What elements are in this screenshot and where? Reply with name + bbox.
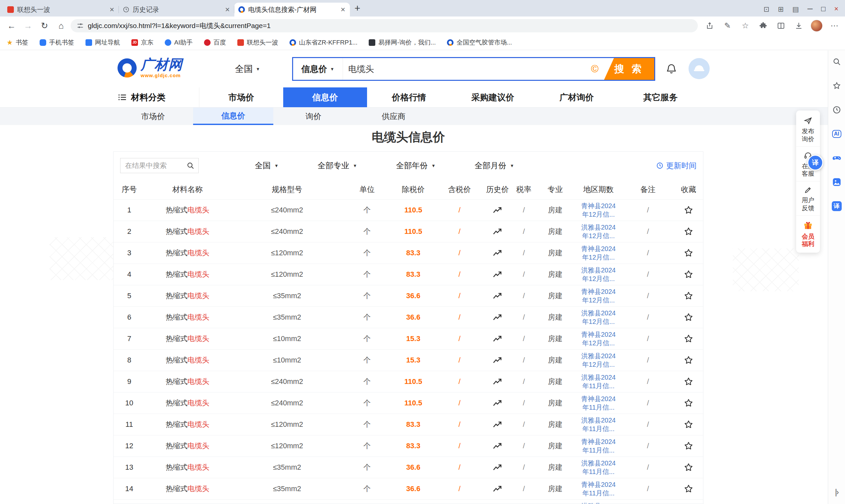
refresh-icon[interactable]: ↻ (38, 19, 52, 33)
history-price-chart-icon[interactable] (482, 292, 512, 300)
search-input[interactable] (343, 58, 585, 80)
material-name-link[interactable]: 热缩式电缆头 (145, 205, 230, 215)
tab-close-icon[interactable]: × (340, 5, 346, 14)
profile-avatar[interactable] (811, 20, 823, 32)
bookmark-item[interactable]: JD京东 (131, 38, 154, 47)
refine-search-box[interactable] (120, 158, 199, 173)
favorite-star-icon[interactable] (674, 441, 703, 451)
filter-year-dropdown[interactable]: 全部年份▼ (396, 160, 436, 171)
history-price-chart-icon[interactable] (482, 249, 512, 257)
history-price-chart-icon[interactable] (482, 356, 512, 364)
downloads-icon[interactable] (793, 20, 805, 32)
history-price-chart-icon[interactable] (482, 399, 512, 407)
floating-pencil-button[interactable]: 用户反馈 (796, 181, 820, 215)
nav-item[interactable]: 价格行情 (367, 87, 451, 107)
history-price-chart-icon[interactable] (482, 335, 512, 343)
filter-major-dropdown[interactable]: 全部专业▼ (318, 160, 357, 171)
workspaces-icon[interactable]: ⊞ (778, 6, 784, 13)
material-name-link[interactable]: 热缩式电缆头 (145, 355, 230, 365)
new-tab-button[interactable]: + (354, 3, 360, 13)
favorite-star-icon[interactable] (674, 269, 703, 280)
material-name-link[interactable]: 热缩式电缆头 (145, 377, 230, 386)
sidebar-translate-icon[interactable]: 译 (831, 200, 843, 212)
bookmark-item[interactable]: 易择网-询价，我们... (369, 38, 436, 47)
sidebar-history-icon[interactable] (831, 104, 843, 116)
region-period-link[interactable]: 青神县2024年11月信... (575, 395, 622, 412)
home-icon[interactable]: ⌂ (54, 19, 68, 33)
region-period-link[interactable]: 青神县2024年12月信... (575, 245, 622, 262)
filter-region-dropdown[interactable]: 全国▼ (255, 160, 279, 171)
site-permissions-icon[interactable] (76, 22, 84, 29)
bookmark-item[interactable]: 网址导航 (86, 38, 120, 47)
bookmark-item[interactable]: 联想头一波 (237, 38, 278, 47)
region-period-link[interactable]: 青神县2024年11月信... (575, 480, 622, 498)
subnav-item[interactable]: 询价 (273, 108, 353, 125)
region-period-link[interactable]: 洪雅县2024年11月信... (575, 373, 622, 390)
history-price-chart-icon[interactable] (482, 206, 512, 214)
favorite-star-icon[interactable] (674, 205, 703, 215)
share-icon[interactable] (704, 20, 716, 32)
material-name-link[interactable]: 热缩式电缆头 (145, 398, 230, 408)
favorite-star-icon[interactable] (674, 398, 703, 408)
region-period-link[interactable]: 洪雅县2024年11月信... (575, 416, 622, 433)
nav-item[interactable]: 其它服务 (619, 87, 702, 107)
quick-note-icon[interactable]: ✎ (722, 20, 734, 32)
region-period-link[interactable]: 青神县2024年12月信... (575, 201, 622, 219)
favorite-star-icon[interactable] (674, 312, 703, 322)
region-period-link[interactable]: 洪雅县2024年12月信... (575, 223, 622, 240)
browser-tab[interactable]: 历史记录× (119, 3, 234, 17)
material-name-link[interactable]: 热缩式电缆头 (145, 312, 230, 322)
history-price-chart-icon[interactable] (482, 485, 512, 493)
favorite-star-icon[interactable] (674, 355, 703, 365)
region-period-link[interactable]: 洪雅县2024年11月信... (575, 502, 622, 504)
history-price-chart-icon[interactable] (482, 270, 512, 278)
bookmark-item[interactable]: 手机书签 (40, 38, 74, 47)
region-period-link[interactable]: 洪雅县2024年11月信... (575, 459, 622, 476)
bookmark-item[interactable]: 全国空气胶管市场... (447, 38, 512, 47)
browser-tab[interactable]: 电缆头信息搜索-广材网× (234, 3, 350, 17)
tab-close-icon[interactable]: × (225, 5, 230, 14)
favorite-star-icon[interactable] (674, 463, 703, 472)
split-screen-icon[interactable] (775, 20, 787, 32)
refine-search-input[interactable] (124, 161, 184, 170)
history-price-chart-icon[interactable] (482, 464, 512, 471)
floating-gift-button[interactable]: 会员福利 (796, 215, 820, 252)
region-period-link[interactable]: 青神县2024年11月信... (575, 437, 622, 454)
history-price-chart-icon[interactable] (482, 442, 512, 450)
region-period-link[interactable]: 洪雅县2024年12月信... (575, 266, 622, 283)
history-price-chart-icon[interactable] (482, 228, 512, 235)
favorite-star-icon[interactable] (674, 419, 703, 430)
sidebar-ai-icon[interactable]: AI (831, 128, 843, 140)
material-name-link[interactable]: 热缩式电缆头 (145, 291, 230, 301)
material-name-link[interactable]: 热缩式电缆头 (145, 419, 230, 430)
search-button[interactable]: 搜 索 (604, 58, 654, 80)
tab-preview-icon[interactable]: ⊡ (763, 6, 770, 13)
material-name-link[interactable]: 热缩式电缆头 (145, 248, 230, 258)
region-period-link[interactable]: 青神县2024年12月信... (575, 330, 622, 347)
search-category-dropdown[interactable]: 信息价 ▼ (293, 58, 343, 80)
favorite-star-icon[interactable] (674, 377, 703, 386)
favorites-star-icon[interactable]: ☆ (739, 20, 751, 32)
vertical-tabs-icon[interactable]: ▤ (792, 6, 799, 13)
history-price-chart-icon[interactable] (482, 378, 512, 385)
history-price-chart-icon[interactable] (482, 420, 512, 429)
more-menu-icon[interactable]: ⋯ (828, 20, 840, 32)
address-bar[interactable]: gldjc.com/xxj/so.html?l=1&keyword=电缆头&cu… (71, 19, 698, 32)
subnav-item[interactable]: 信息价 (193, 108, 273, 125)
favorite-star-icon[interactable] (674, 227, 703, 236)
material-name-link[interactable]: 热缩式电缆头 (145, 441, 230, 451)
nav-item[interactable]: 市场价 (199, 87, 283, 107)
sidebar-favorites-icon[interactable] (831, 80, 843, 92)
sidebar-image-icon[interactable] (831, 176, 843, 188)
back-icon[interactable]: ← (5, 19, 18, 33)
translate-float-icon[interactable]: 译 (807, 155, 823, 170)
favorite-star-icon[interactable] (674, 334, 703, 344)
search-icon[interactable] (187, 162, 194, 169)
favorite-star-icon[interactable] (674, 248, 703, 258)
region-period-link[interactable]: 洪雅县2024年12月信... (575, 309, 622, 326)
history-price-chart-icon[interactable] (482, 313, 512, 321)
sidebar-search-icon[interactable] (831, 56, 843, 68)
subnav-item[interactable]: 市场价 (113, 108, 193, 125)
nav-item[interactable]: 信息价 (283, 87, 367, 107)
material-name-link[interactable]: 热缩式电缆头 (145, 463, 230, 472)
